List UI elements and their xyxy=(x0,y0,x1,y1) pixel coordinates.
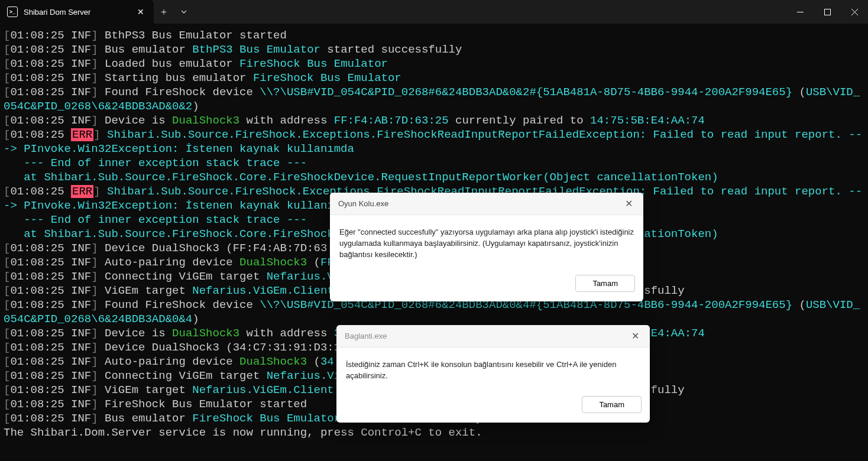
ok-button[interactable]: Tamam xyxy=(575,275,635,292)
close-button[interactable] xyxy=(841,0,868,24)
log-line: at Shibari.Sub.Source.FireShock.Core.Fir… xyxy=(4,170,864,184)
log-line: [01:08:25 INF] Loaded bus emulator FireS… xyxy=(4,57,864,71)
log-line: [01:08:25 INF] BthPS3 Bus Emulator start… xyxy=(4,28,864,43)
maximize-button[interactable] xyxy=(814,0,841,24)
dialog-title: Baglanti.exe xyxy=(345,332,624,340)
dialog-titlebar[interactable]: Baglanti.exe ✕ xyxy=(336,325,650,348)
log-line: The Shibari.Dom.Server service is now ru… xyxy=(4,426,864,440)
ok-button[interactable]: Tamam xyxy=(582,396,642,413)
close-icon[interactable]: ✕ xyxy=(623,198,635,209)
dialog-title: Oyun Kolu.exe xyxy=(338,199,618,208)
log-line: [01:08:25 INF] Starting bus emulator Fir… xyxy=(4,71,864,85)
log-line: --- End of inner exception stack trace -… xyxy=(4,156,864,170)
log-line: [01:08:25 INF] Bus emulator BthPS3 Bus E… xyxy=(4,43,864,57)
tab-dropdown-button[interactable] xyxy=(174,0,194,24)
tab-active[interactable]: >_ Shibari Dom Server ✕ xyxy=(0,0,154,24)
svg-rect-1 xyxy=(824,9,830,15)
dialog-titlebar[interactable]: Oyun Kolu.exe ✕ xyxy=(330,193,643,215)
log-line: [01:08:25 INF] Found FireShock device \\… xyxy=(4,85,864,113)
log-line: [01:08:25 INF] Device is DualShock3 with… xyxy=(4,113,864,128)
tab-close-icon[interactable]: ✕ xyxy=(135,7,147,17)
tab-title: Shibari Dom Server xyxy=(24,8,129,17)
log-line: [01:08:25 ERR] Shibari.Sub.Source.FireSh… xyxy=(4,128,864,156)
dialog-oyun-kolu: Oyun Kolu.exe ✕ Eğer "connected succesfu… xyxy=(330,193,643,301)
log-line: [01:08:25 INF] Found FireShock device \\… xyxy=(4,298,864,326)
dialog-baglanti: Baglanti.exe ✕ İstediğiniz zaman Ctrl+K … xyxy=(336,325,650,423)
close-icon[interactable]: ✕ xyxy=(629,330,642,342)
dialog-body: Eğer "connected succesfully" yazıyorsa u… xyxy=(330,215,643,269)
new-tab-button[interactable]: ＋ xyxy=(154,0,174,24)
window-titlebar: >_ Shibari Dom Server ✕ ＋ xyxy=(0,0,868,24)
terminal-icon: >_ xyxy=(7,7,18,17)
dialog-body: İstediğiniz zaman Ctrl+K ile konsolun ba… xyxy=(336,348,650,390)
minimize-button[interactable] xyxy=(786,0,814,24)
